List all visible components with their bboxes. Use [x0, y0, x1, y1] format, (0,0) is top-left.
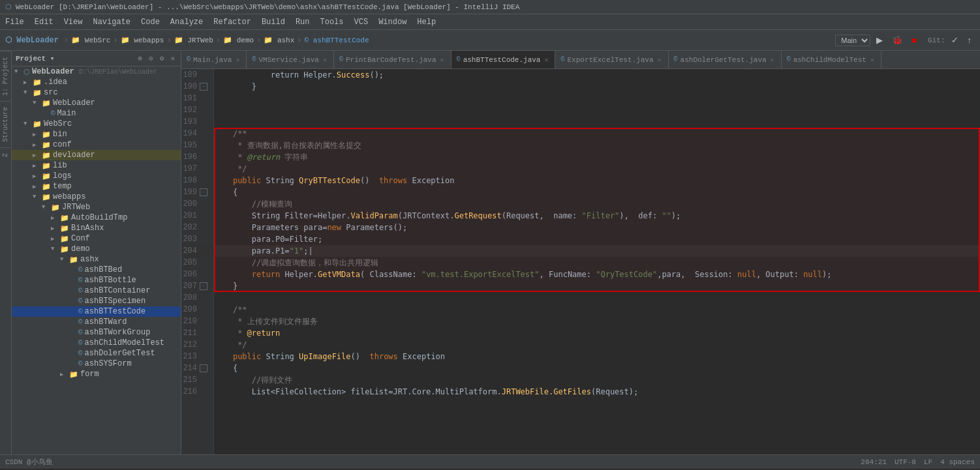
git-update[interactable]: ↑ — [964, 33, 975, 47]
code-container[interactable]: 189 190 - 191 192 193 194 195 196 197 19… — [181, 69, 980, 454]
menu-item-vcs[interactable]: VCS — [349, 16, 374, 28]
tree-item-webloader[interactable]: ▼ ⬡ WebLoader D:\JREPlan\WebLoader — [12, 66, 181, 77]
gutter-line-208: 208 — [181, 292, 213, 304]
menu-item-help[interactable]: Help — [412, 16, 441, 28]
code-content[interactable]: return Helper.Success(); } /** * 查询数据,前台… — [214, 69, 980, 454]
tab-ashChildModelTest[interactable]: © ashChildModelTest ✕ — [782, 51, 881, 68]
tree-item-temp[interactable]: ▶ 📁 temp — [12, 181, 181, 192]
tree-item-bin[interactable]: ▶ 📁 bin — [12, 129, 181, 140]
tab-vmservice[interactable]: © VMService.java ✕ — [247, 51, 333, 68]
tab-z[interactable]: Z — [1, 147, 10, 162]
menu-item-file[interactable]: File — [0, 16, 29, 28]
tree-item-ashChildModelTest[interactable]: © ashChildModelTest — [12, 338, 181, 348]
code-line-216: List<FileCollection> fileList=JRT.Core.M… — [214, 386, 980, 398]
tree-item-conf2[interactable]: ▶ 📁 Conf — [12, 233, 181, 244]
tree-item-ashBTBottle[interactable]: © ashBTBottle — [12, 275, 181, 286]
tree-item-binashx[interactable]: ▶ 📁 BinAshx — [12, 223, 181, 233]
titlebar: ⬡ WebLoader [D:\JREPlan\WebLoader] - ...… — [0, 0, 980, 14]
sidebar-close-icon[interactable]: ✕ — [168, 53, 177, 63]
tree-item-autobuildtmp[interactable]: ▶ 📁 AutoBuildTmp — [12, 213, 181, 223]
menu-item-analyze[interactable]: Analyze — [165, 16, 208, 28]
tab-main-java[interactable]: © Main.java ✕ — [181, 51, 247, 68]
tab-close-ashBTTestCode[interactable]: ✕ — [543, 56, 549, 64]
tree-item-ashSYSForm[interactable]: © ashSYSForm — [12, 359, 181, 369]
tree-item-websrc[interactable]: ▼ 📁 WebSrc — [12, 119, 181, 129]
tree-item-demo[interactable]: ▼ 📁 demo — [12, 244, 181, 254]
code-line-209: /** — [214, 304, 980, 316]
breadcrumb-jrtweb[interactable]: 📁 JRTWeb — [174, 36, 213, 44]
menu-item-refactor[interactable]: Refactor — [208, 16, 256, 28]
tab-printbarcode[interactable]: © PrintBarCodeTest.java ✕ — [334, 51, 452, 68]
code-line-189: return Helper.Success(); — [214, 69, 980, 81]
tree-item-jrtweb[interactable]: ▼ 📁 JRTWeb — [12, 202, 181, 213]
sidebar-locate-icon[interactable]: ⊙ — [147, 53, 155, 63]
menu-item-window[interactable]: Window — [373, 16, 412, 28]
tree-item-ashBTSpecimen[interactable]: © ashBTSpecimen — [12, 296, 181, 306]
code-line-204: para.P1="1";| — [214, 245, 980, 257]
sidebar-title: Project ▾ — [16, 54, 54, 63]
toolbar: ⬡ WebLoader › 📁 WebSrc › 📁 webapps › 📁 J… — [0, 30, 980, 51]
tree-item-ashBTBed[interactable]: © ashBTBed — [12, 265, 181, 275]
statusbar: CSDN @小鸟鱼 204:21 UTF-8 LF 4 spaces — [0, 454, 980, 469]
code-line-212: */ — [214, 339, 980, 351]
tree-item-idea[interactable]: ▶ 📁 .idea — [12, 77, 181, 87]
code-line-203: para.P0=Filter; — [214, 233, 980, 245]
title-text: WebLoader [D:\JREPlan\WebLoader] - ...\W… — [16, 3, 519, 11]
sidebar-settings-icon[interactable]: ⚙ — [158, 53, 166, 63]
breadcrumb-demo[interactable]: 📁 demo — [223, 36, 254, 44]
tab-close-printbarcode[interactable]: ✕ — [439, 56, 446, 64]
editor-area: © Main.java ✕ © VMService.java ✕ © Print… — [181, 51, 980, 454]
breadcrumb-file[interactable]: © ashBTTestCode — [305, 37, 369, 44]
tree-item-ashDolerGetTest[interactable]: © ashDolerGetTest — [12, 348, 181, 359]
stop-button[interactable]: ■ — [908, 33, 920, 47]
breadcrumb-webapps[interactable]: 📁 webapps — [121, 36, 164, 44]
run-config-dropdown[interactable]: Main — [835, 35, 870, 46]
sidebar-add-icon[interactable]: ⊕ — [136, 53, 145, 63]
tab-close-exportexcel[interactable]: ✕ — [656, 56, 663, 64]
tab-project[interactable]: 1: Project — [1, 51, 10, 101]
menu-item-view[interactable]: View — [59, 16, 88, 28]
tree-item-conf[interactable]: ▶ 📁 conf — [12, 140, 181, 150]
tree-item-webloader-src[interactable]: ▼ 📁 WebLoader — [12, 98, 181, 108]
tab-ashDolerGetTest[interactable]: © ashDolerGetTest.java ✕ — [669, 51, 782, 68]
tree-item-form[interactable]: ▶ 📁 form — [12, 369, 181, 379]
tab-close-main[interactable]: ✕ — [234, 56, 241, 64]
menu-item-navigate[interactable]: Navigate — [87, 16, 136, 28]
menu-item-build[interactable]: Build — [256, 16, 290, 28]
menu-item-code[interactable]: Code — [136, 16, 165, 28]
gutter-line-194: 194 — [181, 128, 213, 140]
tab-close-ashChildModelTest[interactable]: ✕ — [869, 56, 876, 64]
menu-item-tools[interactable]: Tools — [315, 16, 349, 28]
tree-item-logs[interactable]: ▶ 📁 logs — [12, 171, 181, 181]
tab-ashBTTestCode[interactable]: © ashBTTestCode.java ✕ — [452, 51, 556, 68]
tree-item-ashBTContainer[interactable]: © ashBTContainer — [12, 286, 181, 296]
tree-item-ashBTTestCode[interactable]: © ashBTTestCode — [12, 306, 181, 317]
tab-close-vmservice[interactable]: ✕ — [322, 56, 328, 64]
tree-item-ashBTWorkGroup[interactable]: © ashBTWorkGroup — [12, 327, 181, 338]
gutter-line-209: 209 — [181, 304, 213, 316]
debug-button[interactable]: 🐞 — [889, 33, 906, 47]
tab-structure[interactable]: Structure — [1, 101, 10, 147]
gutter-line-192: 192 — [181, 104, 213, 116]
git-check[interactable]: ✓ — [948, 33, 962, 47]
tree-item-devloader[interactable]: ▶ 📁 devloader — [12, 150, 181, 160]
tree-item-webapps[interactable]: ▼ 📁 webapps — [12, 192, 181, 202]
tab-close-ashDolerGetTest[interactable]: ✕ — [769, 56, 776, 64]
gutter-line-197: 197 — [181, 163, 213, 175]
tree-item-src[interactable]: ▼ 📁 src — [12, 87, 181, 98]
menu-item-edit[interactable]: Edit — [29, 16, 59, 28]
run-button[interactable]: ▶ — [873, 33, 886, 47]
gutter-line-203: 203 — [181, 233, 213, 245]
tree-item-ashBTWard[interactable]: © ashBTWard — [12, 317, 181, 327]
tree-item-main[interactable]: © Main — [12, 108, 181, 119]
code-line-201: String Filter=Helper.ValidParam(JRTConte… — [214, 210, 980, 222]
breadcrumb-ashx[interactable]: 📁 ashx — [264, 36, 294, 44]
breadcrumb-websrc[interactable]: 📁 WebSrc — [71, 36, 110, 44]
tab-exportexcel[interactable]: © ExportExcelTest.java ✕ — [555, 51, 668, 68]
tree-item-ashx[interactable]: ▼ 📁 ashx — [12, 254, 181, 265]
breadcrumb-sep-1: › — [64, 36, 69, 45]
statusbar-left: CSDN @小鸟鱼 — [5, 457, 53, 467]
far-left-tabs: 1: Project Structure Z — [0, 51, 12, 454]
menu-item-run[interactable]: Run — [290, 16, 315, 28]
tree-item-lib[interactable]: ▶ 📁 lib — [12, 160, 181, 171]
